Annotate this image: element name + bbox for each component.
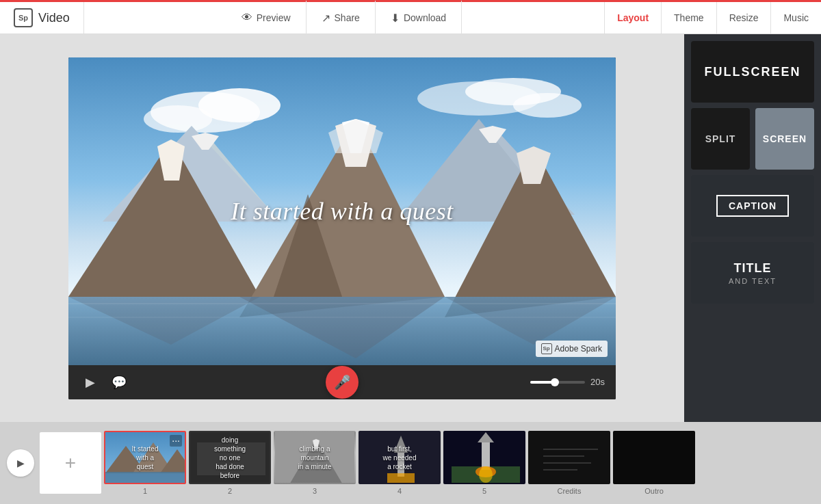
layout-split-row: SPLIT SCREEN (691, 108, 814, 170)
right-tabs: Layout Theme Resize Music (604, 2, 821, 34)
slide-thumb-4[interactable]: but first, we needed a rocket (359, 431, 441, 484)
slide-1-label: 1 (143, 487, 147, 495)
slide-item-3[interactable]: climbing a mountain in a minute 3 (274, 431, 356, 495)
main-content: It started with a quest Sp Adobe Spark ▶… (0, 34, 821, 422)
caption-box: CAPTION (716, 195, 789, 217)
download-icon: ⬇ (391, 12, 400, 25)
svg-rect-32 (105, 472, 186, 484)
slide-4-text: but first, we needed a rocket (380, 445, 419, 471)
slide-thumb-5[interactable] (443, 431, 525, 484)
slide-outro-thumbnail (614, 432, 695, 484)
screen-label: SCREEN (763, 133, 807, 144)
watermark-logo: Sp (541, 343, 552, 354)
timeline-play-button[interactable]: ▶ (7, 449, 34, 477)
svg-point-3 (144, 105, 212, 133)
layout-option-screen[interactable]: SCREEN (755, 108, 814, 170)
svg-rect-53 (614, 432, 695, 484)
svg-point-6 (513, 93, 582, 118)
layout-option-caption[interactable]: CAPTION (691, 175, 814, 237)
tab-layout[interactable]: Layout (604, 2, 661, 34)
slide-item-5[interactable]: 5 (443, 431, 525, 495)
right-panel: FULLSCREEN SPLIT SCREEN CAPTION TITLE AN… (684, 34, 821, 422)
preview-icon: 👁 (242, 12, 252, 24)
slide-thumb-credits[interactable] (528, 431, 610, 484)
slide-item-outro[interactable]: Outro (613, 431, 695, 495)
sp-logo-icon: Sp (14, 8, 33, 27)
video-preview: It started with a quest Sp Adobe Spark (68, 57, 616, 365)
layout-option-split[interactable]: SPLIT (691, 108, 750, 170)
slide-1-options[interactable]: ··· (170, 435, 182, 447)
tab-theme[interactable]: Theme (661, 2, 716, 34)
split-label: SPLIT (705, 133, 736, 144)
watermark-text: Adobe Spark (555, 344, 602, 354)
share-icon: ↗ (322, 12, 330, 25)
svg-rect-48 (530, 432, 610, 484)
slide-item-4[interactable]: but first, we needed a rocket 4 (359, 431, 441, 495)
slide-item-1[interactable]: It started with a quest ··· 1 (104, 431, 186, 495)
tab-resize[interactable]: Resize (716, 2, 771, 34)
slide-item-credits[interactable]: Credits (528, 431, 610, 495)
add-slide-button[interactable]: + (40, 432, 101, 494)
slide-3-label: 3 (313, 487, 317, 495)
slide-credits-label: Credits (558, 487, 582, 495)
slide-item-2[interactable]: doing something no one had done before 2 (189, 431, 271, 495)
caption-label: CAPTION (729, 200, 777, 211)
fullscreen-label: FULLSCREEN (705, 65, 801, 79)
preview-button[interactable]: 👁 Preview (226, 1, 307, 35)
title-label: TITLE (734, 261, 772, 276)
watermark: Sp Adobe Spark (536, 341, 608, 357)
slides-container: It started with a quest ··· 1 doing some… (104, 431, 695, 495)
timeline: ▶ + It started wi (0, 422, 821, 504)
share-button[interactable]: ↗ Share (307, 1, 376, 35)
editor-area: It started with a quest Sp Adobe Spark ▶… (0, 34, 684, 422)
layout-option-fullscreen[interactable]: FULLSCREEN (691, 41, 814, 103)
progress-track[interactable] (530, 381, 585, 384)
slide-thumb-2[interactable]: doing something no one had done before (189, 431, 271, 484)
video-container: It started with a quest Sp Adobe Spark ▶… (68, 57, 616, 399)
duration-label: 20s (590, 377, 605, 387)
slide-5-label: 5 (482, 487, 486, 495)
brand-logo: Sp Video (0, 2, 84, 34)
slide-thumb-3[interactable]: climbing a mountain in a minute (274, 431, 356, 484)
svg-rect-41 (387, 473, 415, 483)
video-controls: ▶ 💬 🎤 20s (68, 365, 616, 399)
video-overlay-text: It started with a quest (231, 197, 454, 226)
caption-toggle-button[interactable]: 💬 (108, 371, 130, 393)
title-sub-label: AND TEXT (729, 277, 777, 285)
svg-rect-44 (482, 442, 490, 470)
slide-5-thumbnail (445, 432, 525, 484)
play-button[interactable]: ▶ (79, 371, 101, 393)
layout-option-title[interactable]: TITLE AND TEXT (691, 242, 814, 304)
slide-outro-label: Outro (644, 487, 664, 495)
share-label: Share (335, 12, 360, 23)
tab-music[interactable]: Music (770, 2, 821, 34)
slide-thumb-1[interactable]: It started with a quest ··· (104, 431, 186, 484)
top-navigation: Sp Video 👁 Preview ↗ Share ⬇ Download La… (0, 0, 821, 34)
slide-4-label: 4 (398, 487, 402, 495)
record-button[interactable]: 🎤 (326, 366, 359, 399)
progress-thumb (551, 378, 559, 386)
center-actions: 👁 Preview ↗ Share ⬇ Download (84, 1, 604, 35)
svg-point-47 (479, 466, 493, 483)
preview-label: Preview (257, 12, 291, 23)
app-name: Video (38, 11, 70, 25)
slide-3-text: climbing a mountain in a minute (295, 445, 335, 471)
slide-credits-thumbnail (530, 432, 610, 484)
download-label: Download (404, 12, 446, 23)
progress-area: 20s (530, 377, 605, 387)
slide-thumb-outro[interactable] (613, 431, 695, 484)
download-button[interactable]: ⬇ Download (376, 1, 462, 35)
slide-2-text: doing something no one had done before (210, 436, 250, 480)
slide-1-text: It started with a quest (125, 445, 165, 471)
slide-2-label: 2 (228, 487, 232, 495)
